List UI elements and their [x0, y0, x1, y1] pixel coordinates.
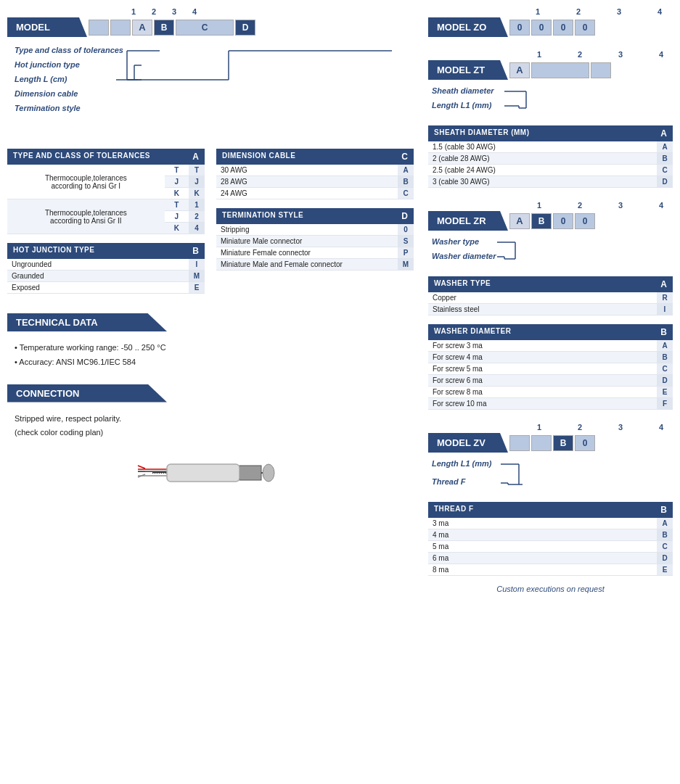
- washer-type-1-val: R: [657, 292, 673, 304]
- zr-col1: 1: [529, 201, 549, 210]
- model-zo-title: MODEL ZO: [428, 17, 508, 37]
- table-row: Graunded M: [7, 271, 205, 282]
- grounded-val: M: [189, 271, 205, 282]
- zt-label-1: Sheath diameter: [432, 86, 494, 95]
- zr-cell-3: 0: [553, 213, 573, 229]
- table-row: For screw 10 ma F: [428, 398, 673, 410]
- washer-type-1: Copper: [428, 292, 657, 304]
- connection-section: CONNECTION Stripped wire, respect polari…: [7, 384, 414, 495]
- dimension-cable-table: 30 AWG A 28 AWG B 24 AWG C: [216, 165, 414, 199]
- zt-cell-2: [531, 62, 589, 78]
- diagram-label-5: Termination style: [15, 104, 81, 112]
- table-row: Stainless steel I: [428, 304, 673, 315]
- screw-5: For screw 5 ma: [428, 363, 657, 375]
- termination-style-table: Stripping 0 Miniature Male connector S M…: [216, 224, 414, 271]
- col-num-2: 2: [144, 7, 164, 16]
- table-row: 2 (cable 28 AWG) B: [428, 153, 673, 165]
- screw-4: For screw 4 ma: [428, 352, 657, 363]
- left-column: 1 2 3 4 MODEL A B C D: [7, 7, 414, 606]
- table-row: 1.5 (cable 30 AWG) A: [428, 141, 673, 153]
- table-row: Miniature Male connector S: [216, 236, 414, 247]
- type-tolerances-header: TYPE AND CLASS OF TOLERANCES: [7, 149, 187, 165]
- thread-8: 8 ma: [428, 564, 657, 576]
- thread-6-val: D: [657, 553, 673, 564]
- sheath-code: A: [655, 125, 673, 141]
- awg28-val: B: [398, 176, 414, 188]
- table-row: 28 AWG B: [216, 176, 414, 188]
- exposed-val: E: [189, 282, 205, 294]
- zo-col2: 2: [568, 7, 589, 16]
- connection-content: Stripped wire, respect polarity. (check …: [7, 408, 414, 445]
- svg-line-18: [138, 466, 145, 469]
- col-num-3: 3: [164, 7, 184, 16]
- val-J: J: [189, 176, 205, 188]
- washer-type-2: Stainless steel: [428, 304, 657, 315]
- zo-cell-3: 0: [553, 20, 573, 36]
- table-row: For screw 3 ma A: [428, 340, 673, 352]
- diagram-label-1: Type and class of tolerances: [15, 46, 123, 54]
- table-row: 4 ma B: [428, 529, 673, 541]
- table-row: Stripping 0: [216, 224, 414, 236]
- val-T: T: [189, 165, 205, 176]
- zt-col1: 1: [529, 50, 549, 59]
- thread-6: 6 ma: [428, 553, 657, 564]
- svg-rect-11: [239, 466, 261, 480]
- type-t2: T: [165, 199, 189, 211]
- zv-col3: 3: [610, 423, 631, 432]
- zt-cell-3: [591, 62, 611, 78]
- washer-diameter-table: For screw 3 ma A For screw 4 ma B For sc…: [428, 340, 673, 410]
- sheath-4-label: 3 (cable 30 AWG): [428, 176, 657, 188]
- dimension-cable-code: C: [396, 149, 414, 165]
- dimension-cable-header: DIMENSION CABLE: [216, 149, 396, 165]
- screw-4-val: B: [657, 352, 673, 363]
- table-row: For screw 6 ma D: [428, 375, 673, 387]
- type-K1: K: [165, 188, 189, 199]
- svg-rect-16: [167, 464, 239, 482]
- model-cell-A: A: [132, 20, 152, 36]
- tolerance-label-1: Thermocouple,tolerancesaccording to Ansi…: [7, 165, 165, 199]
- screw-3: For screw 3 ma: [428, 340, 657, 352]
- table-row: For screw 4 ma B: [428, 352, 673, 363]
- zo-cell-1: 0: [509, 20, 530, 36]
- grounded-label: Graunded: [7, 271, 189, 282]
- type-J2: J: [165, 211, 189, 223]
- washer-diameter-header: WASHER DIAMETER: [428, 324, 655, 340]
- zt-cell-1: A: [509, 62, 530, 78]
- connection-header: CONNECTION: [7, 384, 167, 403]
- thread-4: 4 ma: [428, 529, 657, 541]
- zo-cell-4: 0: [575, 20, 595, 36]
- table-row: Copper R: [428, 292, 673, 304]
- mini-female-label: Miniature Female connector: [216, 247, 398, 259]
- awg30-label: 30 AWG: [216, 165, 398, 176]
- washer-diameter-code: B: [655, 324, 673, 340]
- mini-female-val: P: [398, 247, 414, 259]
- table-row: 24 AWG C: [216, 188, 414, 199]
- thread-f-code: B: [655, 502, 673, 518]
- thread-f-header: THREAD F: [428, 502, 655, 518]
- model-section: 1 2 3 4 MODEL A B C D: [7, 7, 414, 134]
- thread-3-val: A: [657, 518, 673, 529]
- stripping-val: 0: [398, 224, 414, 236]
- model-zr-title: MODEL ZR: [428, 211, 508, 231]
- zv-col1: 1: [529, 423, 549, 432]
- screw-3-val: A: [657, 340, 673, 352]
- table-row: 3 ma A: [428, 518, 673, 529]
- sheath-1-val: A: [657, 141, 673, 153]
- connection-text1: Stripped wire, respect polarity.: [15, 412, 406, 426]
- model-zt-title: MODEL ZT: [428, 60, 508, 80]
- table-row: 8 ma E: [428, 564, 673, 576]
- zv-label-1: Length L1 (mm): [432, 459, 492, 468]
- screw-8-val: E: [657, 387, 673, 398]
- zr-col3: 3: [610, 201, 631, 210]
- awg24-val: C: [398, 188, 414, 199]
- exposed-label: Exposed: [7, 282, 189, 294]
- table-row: 6 ma D: [428, 553, 673, 564]
- zr-cell-4: 0: [575, 213, 595, 229]
- zo-col3: 3: [609, 7, 629, 16]
- zr-col2: 2: [570, 201, 590, 210]
- hot-junction-header: HOT JUNCTION TYPE: [7, 243, 187, 259]
- zr-label-1: Washer type: [432, 237, 479, 246]
- type-tolerances-code: A: [187, 149, 205, 165]
- type-t1: T: [165, 165, 189, 176]
- table-row: Thermocouple,tolerancesaccording to Ansi…: [7, 165, 205, 176]
